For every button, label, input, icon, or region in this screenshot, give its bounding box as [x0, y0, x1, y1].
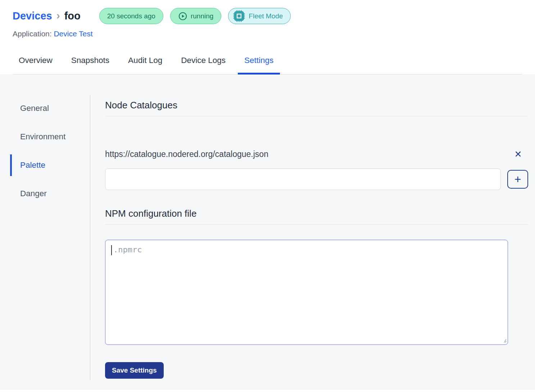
mode-badge: Fleet Mode	[228, 8, 291, 24]
catalogue-list-item: https://catalogue.nodered.org/catalogue.…	[105, 149, 528, 159]
settings-content: General Environment Palette Danger Node …	[0, 75, 535, 390]
save-settings-button[interactable]: Save Settings	[105, 362, 164, 379]
breadcrumb: Devices › foo 20 seconds ago running	[13, 8, 522, 24]
application-row: Application: Device Test	[13, 30, 522, 38]
tab-settings[interactable]: Settings	[244, 53, 273, 74]
add-catalogue-row: +	[105, 168, 528, 190]
plus-icon[interactable]: +	[507, 170, 528, 189]
palette-settings-panel: Node Catalogues https://catalogue.nodere…	[90, 75, 535, 390]
settings-sidebar: General Environment Palette Danger	[0, 75, 90, 390]
chevron-right-icon: ›	[56, 10, 60, 22]
cpu-chip-icon	[233, 10, 245, 22]
tab-bar: Overview Snapshots Audit Log Device Logs…	[13, 48, 522, 75]
tab-device-logs[interactable]: Device Logs	[181, 53, 226, 74]
resize-handle[interactable]	[502, 338, 507, 343]
npm-config-textarea[interactable]	[105, 240, 508, 345]
tab-overview[interactable]: Overview	[19, 53, 53, 74]
sidebar-divider	[90, 95, 90, 380]
application-link[interactable]: Device Test	[54, 30, 92, 38]
tab-audit-log[interactable]: Audit Log	[128, 53, 162, 74]
npm-config-wrapper	[105, 240, 508, 345]
sidebar-item-general[interactable]: General	[0, 100, 90, 117]
breadcrumb-devices-link[interactable]: Devices	[13, 10, 52, 22]
close-icon[interactable]: ✕	[508, 150, 528, 159]
catalogue-url-input[interactable]	[105, 168, 501, 190]
catalogue-url: https://catalogue.nodered.org/catalogue.…	[105, 149, 508, 159]
play-circle-icon	[178, 12, 187, 21]
last-seen-badge-label: 20 seconds ago	[107, 12, 155, 20]
status-badge-label: running	[191, 12, 213, 20]
page-header: Devices › foo 20 seconds ago running	[0, 0, 535, 75]
tab-snapshots[interactable]: Snapshots	[71, 53, 109, 74]
sidebar-item-environment[interactable]: Environment	[0, 128, 90, 145]
application-label: Application:	[13, 30, 52, 38]
mode-badge-label: Fleet Mode	[249, 12, 283, 20]
node-catalogues-title: Node Catalogues	[105, 100, 528, 116]
npm-config-title: NPM configuration file	[105, 208, 528, 225]
breadcrumb-device-name: foo	[64, 10, 81, 22]
last-seen-badge: 20 seconds ago	[99, 8, 163, 24]
sidebar-item-palette[interactable]: Palette	[0, 157, 90, 174]
status-badges: 20 seconds ago running	[99, 8, 291, 24]
sidebar-item-danger[interactable]: Danger	[0, 185, 90, 202]
status-badge: running	[170, 8, 221, 24]
